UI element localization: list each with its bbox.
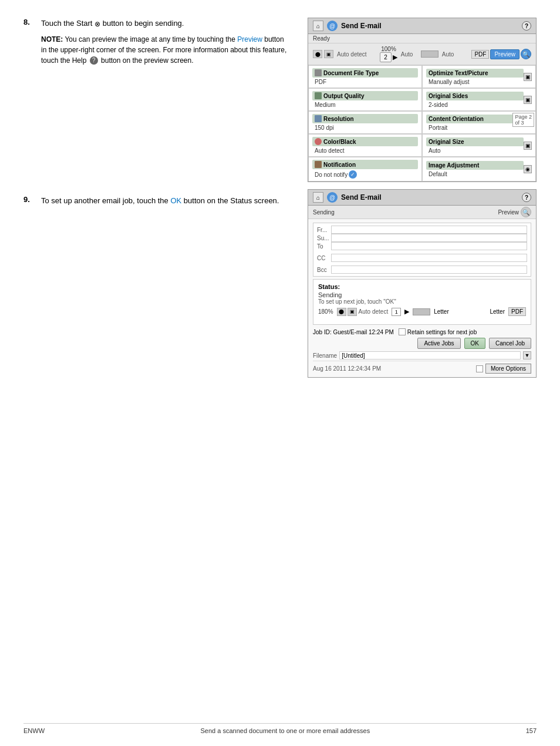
help-button-2[interactable]: ? <box>522 193 531 202</box>
step-number-8: 8. <box>23 18 35 66</box>
setting-orient-content: Content Orientation Portrait <box>426 115 524 131</box>
setting-header-adj: Image Adjustment <box>426 161 524 170</box>
setting-val-adj: Default <box>426 171 524 177</box>
setting-header-orient: Content Orientation <box>426 115 524 123</box>
page-badge: Page 2of 3 <box>512 113 534 127</box>
arrow-icon: ▶ <box>393 53 397 61</box>
note-text: You can preview the image at any time by… <box>65 35 237 43</box>
retain-check-box[interactable] <box>399 328 406 335</box>
status-header: Status: <box>318 283 526 290</box>
letter2-label: Letter <box>490 308 505 315</box>
auto-detect-label-2: Auto detect <box>359 308 389 315</box>
active-jobs-button[interactable]: Active Jobs <box>417 338 460 349</box>
cc-field <box>331 254 527 262</box>
cc-label: CC <box>317 255 329 261</box>
preview-link[interactable]: Preview <box>237 35 262 43</box>
preview-icon[interactable]: 🔍 <box>521 49 531 59</box>
progress-icon2: ▣ <box>348 308 357 316</box>
setting-image-adj[interactable]: Image Adjustment Default ◉ <box>422 157 536 182</box>
retain-checkbox[interactable]: Retain settings for next job <box>399 328 477 335</box>
expand-adj[interactable]: ◉ <box>524 165 532 173</box>
resolution-icon <box>315 115 322 122</box>
step-9-content: To set up another email job, touch the O… <box>41 195 279 207</box>
cancel-job-button[interactable]: Cancel Job <box>489 338 531 349</box>
setting-notification[interactable]: Notification Do not notify ✓ <box>308 157 422 182</box>
notif-icon <box>315 161 322 168</box>
email-icon-1: @ <box>327 21 338 31</box>
setting-header-resolution: Resolution <box>312 114 418 123</box>
expand-size[interactable]: ▣ <box>524 142 532 150</box>
action-buttons: Active Jobs OK Cancel Job <box>313 338 531 349</box>
setting-val-output: Medium <box>312 102 418 108</box>
panel1-title: Send E-mail <box>341 22 518 30</box>
panel2-statusbar: Sending Preview 🔍 <box>308 206 536 219</box>
setting-header-color: Color/Black <box>312 137 418 146</box>
step-9: 9. To set up another email job, touch th… <box>23 195 290 207</box>
notif-value-row: Do not notify ✓ <box>312 170 418 179</box>
send-email-panel-2: ⌂ @ Send E-mail ? Sending Preview 🔍 Fr..… <box>308 189 537 378</box>
help-button-1[interactable]: ? <box>522 21 531 31</box>
status-value: Sending <box>318 291 526 298</box>
page-footer: ENWW Send a scanned document to one or m… <box>23 723 537 734</box>
preview-button[interactable]: Preview <box>490 49 519 59</box>
panel1-controls: ⬤ ▣ Auto detect 100% 2 ▶ Auto Auto PD <box>308 43 536 65</box>
sides-icon: ▣ <box>324 50 333 58</box>
ok-button[interactable]: OK <box>464 338 485 349</box>
setting-original-size[interactable]: Original Size Auto ▣ <box>422 134 536 157</box>
footer-center: Send a scanned document to one or more e… <box>201 727 370 734</box>
setting-label-notif: Notification <box>323 162 356 168</box>
auto-detect-progress: ⬤ ▣ <box>337 308 357 316</box>
subject-row: Su... <box>317 234 527 242</box>
setting-original-sides[interactable]: Original Sides 2-sided ▣ <box>422 88 536 111</box>
right-column: ⌂ @ Send E-mail ? Ready ⬤ ▣ Auto detect … <box>308 18 537 385</box>
ok-link[interactable]: OK <box>170 196 181 205</box>
preview-group-2: Preview 🔍 <box>498 207 531 217</box>
status-hint: To set up next job, touch "OK" <box>318 298 526 305</box>
auto-label: Auto <box>401 51 417 58</box>
timestamp-display: Aug 16 2011 12:24:34 PM <box>313 365 381 372</box>
page-controls: 2 ▶ <box>380 52 397 62</box>
footer-left: ENWW <box>23 727 45 734</box>
home-icon-1[interactable]: ⌂ <box>313 21 323 31</box>
setting-content-orient[interactable]: Page 2of 3 Content Orientation Portrait … <box>422 111 536 134</box>
setting-output-quality[interactable]: Output Quality Medium <box>308 88 422 111</box>
panel2-title: Send E-mail <box>341 193 518 201</box>
setting-color-black[interactable]: Color/Black Auto detect <box>308 134 422 157</box>
page-num-btn[interactable]: 2 <box>380 52 392 62</box>
page-num-progress: 1 <box>392 308 401 316</box>
job-info-row: Job ID: Guest/E-mail 12:24 PM Retain set… <box>313 328 531 335</box>
bcc-label: Bcc <box>317 267 329 273</box>
bcc-row: Bcc <box>317 266 527 274</box>
setting-label-output: Output Quality <box>323 93 364 99</box>
setting-doc-file-type[interactable]: Document File Type PDF <box>308 65 422 88</box>
setting-optimize[interactable]: Optimize Text/Picture Manually adjust ▣ <box>422 65 536 88</box>
filename-scroll-btn[interactable]: ▼ <box>523 351 531 359</box>
more-options-button[interactable]: More Options <box>485 364 531 374</box>
filename-value[interactable]: [Untitled] <box>339 351 521 359</box>
progress-controls: ⬤ ▣ Auto detect <box>337 308 389 316</box>
setting-val-orient: Portrait <box>426 125 524 131</box>
sending-status-label: Sending <box>313 209 335 216</box>
preview-label-2: Preview <box>498 209 519 216</box>
notif-check-icon: ✓ <box>349 170 357 179</box>
settings-grid-1: Document File Type PDF Optimize Text/Pic… <box>308 65 536 182</box>
subject-label: Su... <box>317 235 329 241</box>
auto2-label: Auto <box>442 51 458 58</box>
home-icon-2[interactable]: ⌂ <box>313 192 323 203</box>
to-field <box>331 242 527 250</box>
expand-sides[interactable]: ▣ <box>524 96 532 104</box>
doc-file-icon <box>315 69 322 76</box>
more-options-check[interactable] <box>476 365 483 372</box>
setting-header-sides: Original Sides <box>426 92 524 100</box>
step-9-text2: button on the Status screen. <box>184 196 279 205</box>
preview-icon-2[interactable]: 🔍 <box>521 207 531 217</box>
to-row: To <box>317 242 527 250</box>
letter-label: Letter <box>434 308 449 315</box>
footer-page: 157 <box>526 727 537 734</box>
filename-row: Filename [Untitled] ▼ <box>313 351 531 359</box>
setting-resolution[interactable]: Resolution 150 dpi <box>308 111 422 134</box>
setting-label-doc: Document File Type <box>323 70 379 76</box>
expand-optimize[interactable]: ▣ <box>524 73 532 81</box>
auto-detect-icon: ⬤ <box>313 50 322 58</box>
step-8-text: Touch the Start <box>41 19 95 28</box>
